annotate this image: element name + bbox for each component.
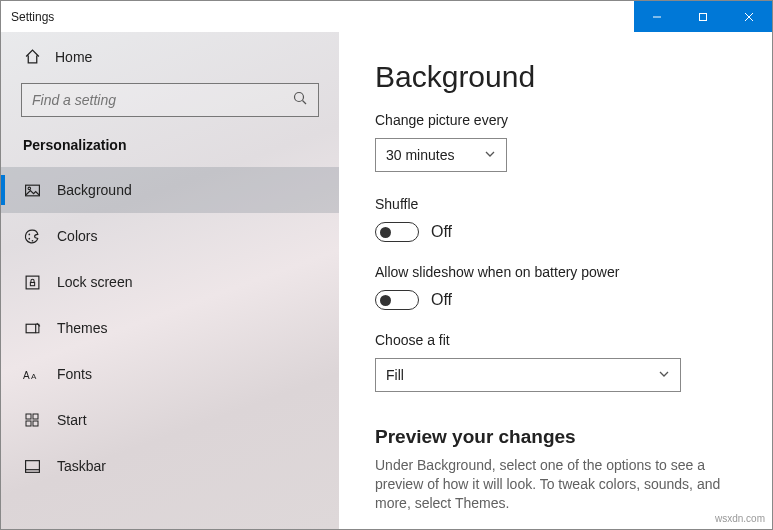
battery-toggle[interactable] [375,290,419,310]
shuffle-toggle[interactable] [375,222,419,242]
content: Background Change picture every 30 minut… [339,32,772,529]
preview-heading: Preview your changes [375,426,736,448]
svg-rect-6 [25,185,39,196]
change-picture-label: Change picture every [375,112,736,128]
nav-item-themes[interactable]: Themes [1,305,339,351]
minimize-button[interactable] [634,1,680,32]
lock-icon [23,274,41,291]
svg-text:A: A [31,372,37,381]
section-title: Personalization [1,135,339,167]
battery-state: Off [431,291,452,309]
svg-rect-16 [26,414,31,419]
nav-item-taskbar[interactable]: Taskbar [1,443,339,489]
preview-description: Under Background, select one of the opti… [375,456,736,513]
svg-point-9 [28,237,30,239]
nav-item-colors[interactable]: Colors [1,213,339,259]
battery-label: Allow slideshow when on battery power [375,264,736,280]
svg-line-5 [303,101,307,105]
svg-rect-18 [26,421,31,426]
svg-point-4 [295,93,304,102]
battery-row: Off [375,290,736,310]
titlebar-left: Settings [1,10,54,24]
svg-point-10 [31,239,33,241]
window-controls [634,1,772,32]
svg-point-8 [28,233,30,235]
svg-rect-13 [26,324,36,333]
fit-value: Fill [386,367,404,383]
nav-item-start[interactable]: Start [1,397,339,443]
body: Home Personalization Background Colors [1,32,772,529]
nav-label: Colors [57,228,97,244]
search-box[interactable] [21,83,319,117]
svg-rect-17 [33,414,38,419]
shuffle-row: Off [375,222,736,242]
close-button[interactable] [726,1,772,32]
home-label: Home [55,49,92,65]
home-icon [23,48,41,65]
nav-item-background[interactable]: Background [1,167,339,213]
nav-item-lockscreen[interactable]: Lock screen [1,259,339,305]
change-picture-combo[interactable]: 30 minutes [375,138,507,172]
nav-item-fonts[interactable]: AA Fonts [1,351,339,397]
nav-label: Themes [57,320,108,336]
svg-text:A: A [23,370,30,381]
chevron-down-icon [484,147,496,163]
nav: Background Colors Lock screen Themes AA … [1,167,339,489]
maximize-button[interactable] [680,1,726,32]
fonts-icon: AA [23,367,41,382]
nav-label: Fonts [57,366,92,382]
page-title: Background [375,60,736,94]
svg-point-7 [28,187,31,190]
shuffle-state: Off [431,223,452,241]
svg-rect-19 [33,421,38,426]
watermark: wsxdn.com [715,513,765,524]
change-picture-value: 30 minutes [386,147,454,163]
palette-icon [23,228,41,245]
svg-rect-12 [30,282,34,285]
home-link[interactable]: Home [1,32,339,79]
chevron-down-icon [658,367,670,383]
settings-window: Settings Home Personalization [0,0,773,530]
search-input[interactable] [32,92,292,108]
svg-rect-1 [700,13,707,20]
svg-rect-20 [25,460,39,472]
fit-combo[interactable]: Fill [375,358,681,392]
nav-label: Start [57,412,87,428]
picture-icon [23,182,41,199]
sidebar: Home Personalization Background Colors [1,32,339,529]
nav-label: Lock screen [57,274,132,290]
window-title: Settings [11,10,54,24]
themes-icon [23,320,41,337]
nav-label: Background [57,182,132,198]
start-icon [23,412,41,428]
taskbar-icon [23,458,41,475]
titlebar: Settings [1,1,772,32]
shuffle-label: Shuffle [375,196,736,212]
search-icon [292,90,308,110]
nav-label: Taskbar [57,458,106,474]
fit-label: Choose a fit [375,332,736,348]
